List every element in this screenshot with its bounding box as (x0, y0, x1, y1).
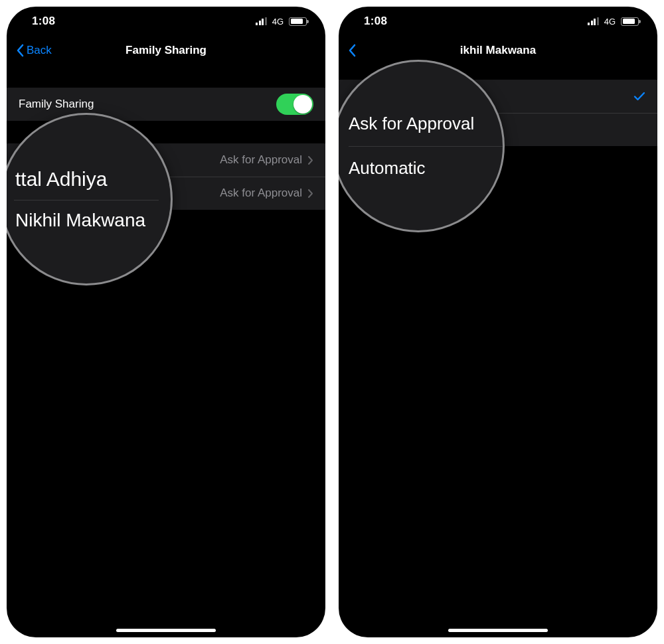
member-approval-value: Ask for Approval (220, 153, 302, 167)
navigation-bar: ikhil Makwana (339, 36, 657, 65)
nav-title: Family Sharing (7, 44, 325, 57)
nav-title: ikhil Makwana (339, 44, 657, 57)
toggle-switch[interactable] (276, 94, 313, 115)
family-sharing-toggle-row[interactable]: Family Sharing (7, 88, 325, 121)
network-type: 4G (272, 17, 284, 27)
status-bar: 1:08 4G (7, 7, 325, 36)
chevron-right-icon (307, 189, 313, 199)
back-button[interactable]: Back (7, 44, 52, 57)
status-indicators: 4G (256, 17, 307, 27)
chevron-left-icon (16, 44, 24, 57)
status-time: 1:08 (32, 15, 55, 28)
back-label: Back (27, 44, 52, 57)
home-indicator[interactable] (116, 629, 216, 632)
status-time: 1:08 (364, 15, 387, 28)
phone-screenshot-left: 1:08 4G Back Family Sharing Family Shari… (7, 7, 325, 637)
chevron-right-icon (307, 155, 313, 165)
lens-text-line: Ask for Approval (339, 102, 503, 146)
chevron-left-icon (348, 44, 356, 57)
toggle-label: Family Sharing (19, 98, 94, 111)
lens-text-line: ttal Adhiya (7, 159, 171, 200)
back-button[interactable] (339, 44, 356, 57)
lens-text-line: Nikhil Makwana (7, 201, 171, 240)
zoom-lens: Ask for Approval Automatic (339, 60, 505, 232)
checkmark-icon (633, 91, 645, 102)
battery-icon (289, 17, 307, 26)
navigation-bar: Back Family Sharing (7, 36, 325, 65)
network-type: 4G (604, 17, 616, 27)
status-bar: 1:08 4G (339, 7, 657, 36)
battery-icon (621, 17, 639, 26)
zoom-lens: ttal Adhiya Nikhil Makwana (7, 113, 173, 285)
status-indicators: 4G (588, 17, 639, 27)
cellular-signal-icon (588, 17, 599, 25)
phone-screenshot-right: 1:08 4G ikhil Makwana Ask for Approval A… (339, 7, 657, 637)
member-approval-value: Ask for Approval (220, 187, 302, 200)
home-indicator[interactable] (448, 629, 548, 632)
lens-text-line: Automatic (339, 146, 503, 191)
cellular-signal-icon (256, 17, 267, 25)
